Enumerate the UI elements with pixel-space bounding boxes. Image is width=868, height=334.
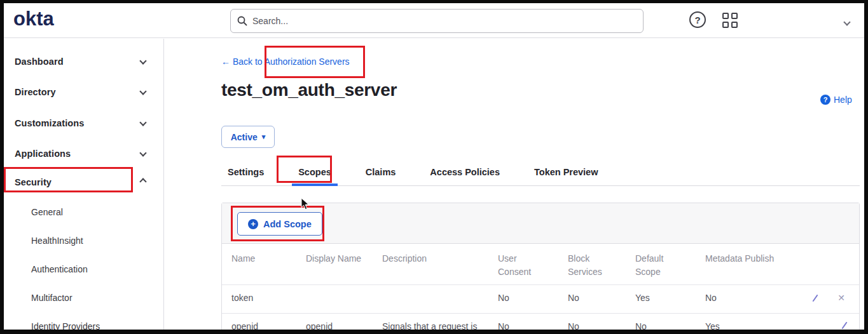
global-search[interactable] [230, 9, 644, 33]
edit-pencil-icon[interactable] [813, 294, 818, 302]
plus-icon: + [248, 219, 258, 229]
tab-token-preview[interactable]: Token Preview [528, 159, 604, 186]
apps-grid-icon[interactable] [722, 11, 740, 29]
scope-default-scope: No [626, 314, 696, 330]
help-link[interactable]: ? Help [820, 95, 852, 105]
sidebar-item-healthinsight[interactable]: HealthInsight [4, 234, 163, 248]
search-input[interactable] [252, 16, 637, 26]
tab-scopes[interactable]: Scopes [292, 159, 338, 186]
status-dropdown-button[interactable]: Active ▾ [221, 126, 275, 148]
account-chevron-down-icon[interactable] [844, 16, 850, 27]
scope-row-openid: openid openid Signals that a request is … [222, 313, 859, 330]
sidebar-item-directory[interactable]: Directory [4, 84, 163, 100]
sidebar-item-applications[interactable]: Applications [4, 146, 163, 161]
chevron-up-icon [139, 178, 146, 185]
scope-metadata-publish: Yes [696, 314, 797, 330]
sidebar-item-identity-providers[interactable]: Identity Providers [4, 319, 163, 330]
scope-user-consent: No [488, 285, 558, 313]
column-header-block-services: Block Services [558, 244, 626, 284]
chevron-down-icon [139, 119, 146, 126]
column-header-description: Description [373, 244, 488, 284]
sidebar-nav: Dashboard Directory Customizations Appli… [4, 39, 164, 330]
screenshot-frame: okta ? Dashboard Direct [0, 0, 868, 334]
sidebar-item-authentication[interactable]: Authentication [4, 262, 163, 276]
scope-user-consent: No [488, 314, 558, 330]
chevron-down-icon [139, 88, 146, 95]
scope-name: openid [222, 314, 296, 330]
tab-claims[interactable]: Claims [359, 159, 403, 186]
column-header-name: Name [222, 244, 296, 284]
scope-block-services: No [558, 314, 626, 330]
caret-down-icon: ▾ [262, 133, 266, 141]
tab-bar: Settings Scopes Claims Access Policies T… [221, 159, 860, 186]
help-icon[interactable]: ? [689, 11, 707, 29]
top-bar: okta ? [4, 3, 864, 38]
okta-admin-console: okta ? Dashboard Direct [4, 3, 864, 330]
scope-default-scope: Yes [626, 285, 696, 313]
main-content: ← Back to Authorization Servers test_om_… [164, 39, 864, 330]
page-title: test_om_auth_server [221, 80, 397, 100]
column-header-display-name: Display Name [296, 244, 373, 284]
scope-description: Signals that a request is [373, 314, 488, 330]
scope-display-name [296, 285, 373, 313]
scope-metadata-publish: No [696, 285, 797, 313]
column-header-metadata-publish: Metadata Publish [696, 244, 797, 284]
chevron-down-icon [139, 57, 146, 64]
tab-access-policies[interactable]: Access Policies [424, 159, 506, 186]
scope-row-token: token No No Yes No ✕ [222, 284, 859, 313]
scope-block-services: No [558, 285, 626, 313]
scopes-panel-header: + Add Scope [222, 203, 859, 244]
sidebar-item-customizations[interactable]: Customizations [4, 116, 163, 131]
back-to-authorization-servers-link[interactable]: ← Back to Authorization Servers [221, 57, 350, 67]
chevron-down-icon [139, 149, 146, 156]
edit-pencil-icon[interactable] [841, 322, 847, 330]
help-badge-icon: ? [820, 95, 830, 105]
column-header-user-consent: User Consent [488, 244, 558, 284]
add-scope-button[interactable]: + Add Scope [237, 212, 322, 236]
scope-description [373, 285, 488, 313]
sidebar-item-security[interactable]: Security [4, 175, 163, 190]
okta-logo: okta [13, 8, 54, 30]
scope-name: token [222, 285, 296, 313]
tab-settings[interactable]: Settings [221, 159, 270, 186]
sidebar-item-general[interactable]: General [4, 205, 163, 219]
column-header-default-scope: Default Scope [626, 244, 696, 284]
scopes-panel: + Add Scope Name Display Name Descriptio… [221, 203, 860, 330]
scope-display-name: openid [296, 314, 373, 330]
scopes-table-header: Name Display Name Description User Conse… [222, 244, 859, 284]
delete-x-icon[interactable]: ✕ [837, 293, 845, 303]
sidebar-item-dashboard[interactable]: Dashboard [4, 54, 163, 69]
sidebar-item-multifactor[interactable]: Multifactor [4, 291, 163, 305]
search-icon [237, 16, 247, 26]
